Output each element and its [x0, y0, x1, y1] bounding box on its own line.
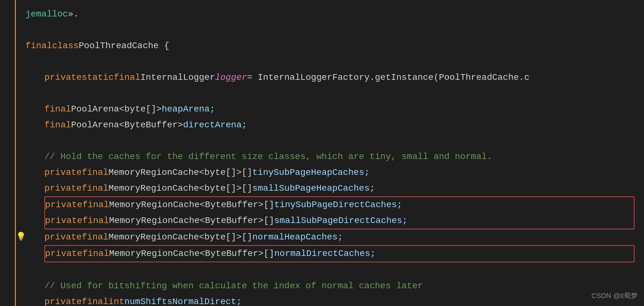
line-normal-direct: private final MemoryRegionCache<ByteBuff…	[45, 246, 634, 262]
line-normal-heap: 💡 private final MemoryRegionCache<byte[]…	[25, 229, 634, 245]
jemalloc-text: jemalloc	[25, 7, 68, 22]
highlight-group-2: private final MemoryRegionCache<ByteBuff…	[44, 245, 634, 262]
watermark: CSDN @it蜀梦	[591, 290, 638, 301]
line-heapArena: final PoolArena<byte[]> heapArena;	[25, 101, 634, 117]
code-area: jemalloc ». final class PoolThreadCache …	[16, 0, 644, 306]
line-comment1: // Hold the caches for the different siz…	[25, 149, 634, 165]
highlight-group-1: private final MemoryRegionCache<ByteBuff…	[44, 196, 634, 229]
line-jemalloc: jemalloc ».	[25, 6, 634, 22]
line-comment2: // Used for bitshifting when calculate t…	[25, 278, 634, 294]
line-small-direct: private final MemoryRegionCache<ByteBuff…	[45, 213, 634, 229]
line-numShiftsNormalDirect: private final int numShiftsNormalDirect;	[25, 294, 634, 306]
code-container: jemalloc ». final class PoolThreadCache …	[0, 0, 644, 306]
line-small-heap: private final MemoryRegionCache<byte[]>[…	[25, 181, 634, 196]
line-blank3	[25, 86, 634, 101]
line-blank4	[25, 133, 634, 149]
line-blank1	[25, 22, 634, 38]
line-class: final class PoolThreadCache {	[25, 38, 634, 54]
line-tiny-heap: private final MemoryRegionCache<byte[]>[…	[25, 165, 634, 181]
line-blank2	[25, 54, 634, 70]
line-logger: private static final InternalLogger logg…	[25, 70, 634, 86]
bulb-icon: 💡	[16, 231, 26, 244]
line-blank5	[25, 262, 634, 278]
left-bar	[0, 0, 16, 306]
line-tiny-direct: private final MemoryRegionCache<ByteBuff…	[45, 197, 634, 213]
line-directArena: final PoolArena<ByteBuffer> directArena;	[25, 117, 634, 133]
